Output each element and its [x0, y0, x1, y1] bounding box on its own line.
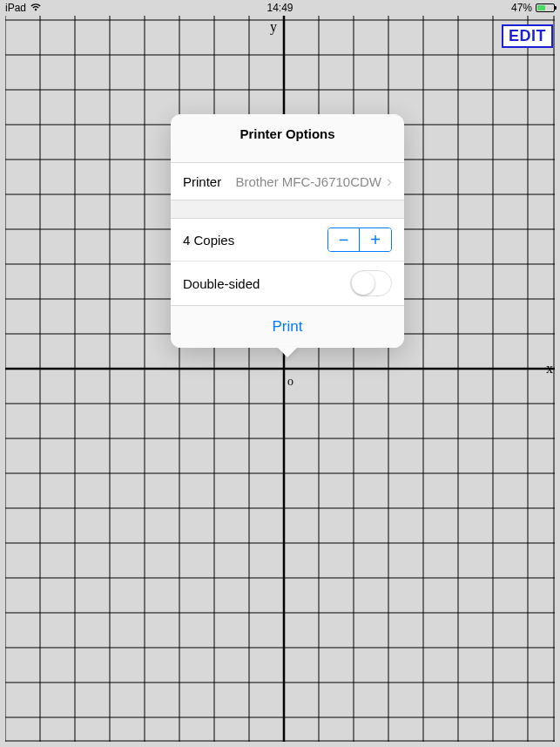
popover-arrow-icon [277, 347, 298, 357]
double-sided-row: Double-sided [171, 261, 404, 305]
wifi-icon [30, 2, 42, 14]
battery-percent: 47% [511, 2, 532, 14]
switch-knob [352, 272, 374, 295]
origin-label: o [287, 375, 293, 389]
chevron-right-icon: › [387, 173, 392, 189]
status-bar: iPad 14:49 47% [0, 0, 560, 16]
copies-row: 4 Copies − + [171, 219, 404, 261]
copies-plus-button[interactable]: + [360, 228, 391, 251]
double-sided-label: Double-sided [183, 276, 260, 291]
copies-minus-button[interactable]: − [328, 228, 360, 251]
edit-button[interactable]: EDIT [502, 24, 553, 48]
battery-icon [536, 3, 555, 12]
print-button[interactable]: Print [171, 305, 404, 348]
y-axis-label: y [270, 19, 277, 35]
x-axis-label: x [546, 361, 553, 377]
copies-label: 4 Copies [183, 233, 234, 248]
copies-stepper: − + [327, 227, 392, 252]
device-label: iPad [5, 2, 26, 14]
status-time: 14:49 [267, 2, 293, 14]
printer-value: Brother MFC-J6710CDW [221, 174, 387, 189]
graph-canvas[interactable]: y x o EDIT Printer Options Printer Broth… [5, 16, 555, 742]
double-sided-switch[interactable] [350, 270, 392, 296]
popover-title: Printer Options [171, 114, 404, 163]
printer-options-popover: Printer Options Printer Brother MFC-J671… [171, 114, 404, 358]
printer-label: Printer [183, 174, 221, 189]
printer-row[interactable]: Printer Brother MFC-J6710CDW › [171, 163, 404, 200]
